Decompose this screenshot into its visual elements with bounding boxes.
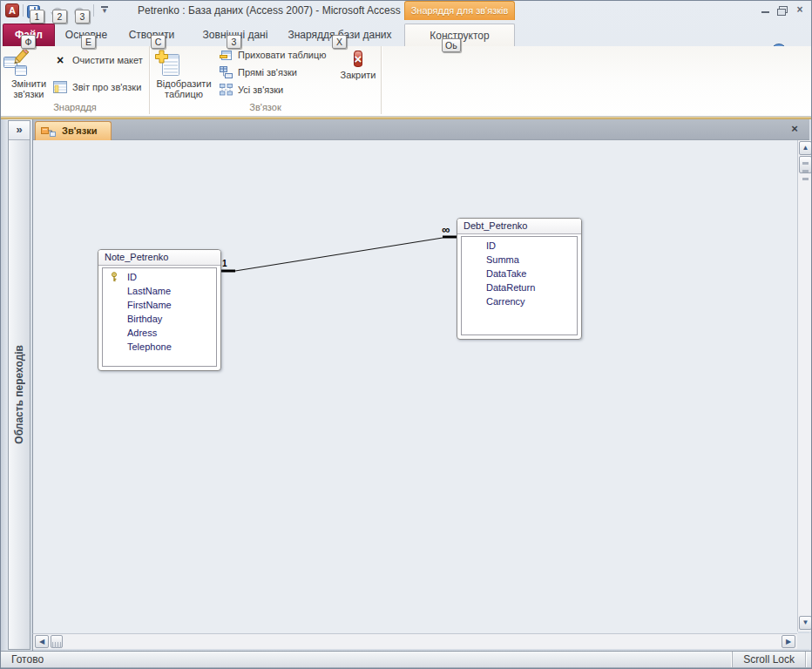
keytip-external-data: 3	[227, 35, 241, 49]
field-list: ID Summa DataTake DataReturn Carrency	[461, 236, 578, 335]
keytip-redo: 3	[75, 10, 90, 24]
relationships-canvas[interactable]: 1 ∞ Note_Petrenko ID LastName Fir	[33, 140, 798, 633]
ribbon-group-tools: Змінити зв'язки × Очистити макет Звіт пр…	[1, 46, 150, 114]
ribbon: Змінити зв'язки × Очистити макет Звіт пр…	[1, 46, 812, 117]
group-label-tools: Знаряддя	[1, 102, 149, 112]
all-relationships-icon	[219, 84, 233, 96]
field-row[interactable]: Birthday	[103, 312, 216, 326]
direct-relationships-button[interactable]: Прямі зв'язки	[219, 66, 297, 82]
keytip-create: C	[151, 35, 166, 49]
direct-relationships-icon	[219, 66, 233, 78]
ribbon-tab-row: Файл Основне Створити Зовнішні дані Знар…	[1, 20, 812, 46]
hide-table-icon	[219, 49, 233, 61]
close-red-x-icon: ×	[354, 51, 363, 67]
window-title: Petrenko : База даних (Access 2007) - Mi…	[138, 4, 399, 17]
field-row[interactable]: Carrency	[462, 294, 577, 308]
status-scroll-lock: Scroll Lock	[732, 652, 806, 667]
keytip-file: Ф	[21, 35, 36, 49]
divider	[23, 4, 24, 17]
navigation-pane-collapsed: » Область переходів	[8, 120, 30, 650]
field-row[interactable]: DataTake	[462, 267, 577, 280]
restore-icon[interactable]	[775, 4, 789, 16]
access-app-icon[interactable]: A	[5, 3, 19, 17]
status-ready-text: Готово	[11, 652, 44, 667]
keytip-home: E	[81, 35, 96, 49]
primary-key-icon	[111, 272, 120, 282]
all-relationships-button[interactable]: Усі зв'язки	[219, 84, 283, 99]
keytip-design: Оь	[442, 38, 461, 52]
title-bar: A ▾ Petrenko : База даних (Access 2007) …	[1, 1, 812, 20]
vertical-scrollbar[interactable]: ▲ ▼	[797, 140, 812, 632]
relationship-report-button[interactable]: Звіт про зв'язки	[53, 81, 141, 97]
navigation-pane-title[interactable]: Область переходів	[9, 140, 30, 649]
table-title[interactable]: Debt_Petrenko	[457, 219, 581, 234]
window-frame-left	[1, 119, 8, 668]
contextual-tab-group: Знаряддя для зв'язків	[404, 1, 515, 20]
scroll-right-icon[interactable]: ▶	[782, 635, 795, 648]
group-label-relationships: Зв'язок	[150, 102, 381, 112]
document-area: Зв'язки × 1 ∞ Note_Petrenko	[32, 119, 809, 651]
scroll-down-icon[interactable]: ▼	[799, 616, 812, 630]
table-title[interactable]: Note_Petrenko	[98, 250, 220, 266]
keytip-undo: 2	[52, 10, 67, 24]
field-row[interactable]: LastName	[103, 284, 216, 298]
one-cardinality-label: 1	[222, 259, 227, 268]
keytip-save: 1	[30, 10, 44, 24]
edit-relationships-icon	[3, 50, 55, 78]
clear-x-icon: ×	[53, 53, 67, 67]
field-row[interactable]: Adress	[103, 326, 216, 340]
relationship-line[interactable]: 1 ∞	[33, 140, 798, 633]
vertical-scroll-thumb[interactable]	[799, 156, 812, 173]
status-bar: Готово Scroll Lock	[1, 651, 812, 667]
table-window-note-petrenko[interactable]: Note_Petrenko ID LastName FirstName Birt…	[98, 249, 221, 371]
keytip-database-tools: X	[332, 35, 347, 49]
ribbon-group-relationships: Відобразити таблицю Приховати таблицю	[150, 46, 382, 114]
field-row-pk[interactable]: ID	[103, 270, 216, 284]
field-row[interactable]: DataReturn	[462, 280, 577, 294]
field-row[interactable]: FirstName	[103, 298, 216, 312]
close-document-icon[interactable]: ×	[788, 121, 802, 137]
minimize-icon[interactable]	[758, 4, 772, 16]
horizontal-scrollbar[interactable]: ◀ ▶	[32, 633, 797, 649]
divider	[93, 4, 94, 17]
scrollbar-corner	[797, 633, 812, 649]
field-row[interactable]: ID	[462, 239, 577, 253]
expand-navigation-pane-button[interactable]: »	[9, 121, 30, 140]
horizontal-scroll-thumb[interactable]	[51, 635, 63, 648]
qat-customize-icon[interactable]: ▾	[98, 3, 111, 17]
document-tab-strip: Зв'язки ×	[33, 119, 809, 140]
scroll-up-icon[interactable]: ▲	[799, 141, 812, 155]
tab-relationships-document[interactable]: Зв'язки	[35, 121, 112, 140]
table-window-debt-petrenko[interactable]: Debt_Petrenko ID Summa DataTake DataRetu…	[457, 218, 582, 340]
close-window-icon[interactable]: ×	[793, 4, 807, 16]
many-cardinality-label: ∞	[442, 223, 450, 236]
field-row[interactable]: Summa	[462, 253, 577, 267]
report-icon	[53, 81, 67, 93]
clear-layout-button[interactable]: × Очистити макет	[53, 53, 143, 69]
field-list: ID LastName FirstName Birthday Adress Te…	[102, 267, 217, 367]
show-table-icon	[154, 50, 213, 78]
hide-table-button[interactable]: Приховати таблицю	[219, 49, 327, 64]
relationships-tab-icon	[41, 122, 56, 139]
field-row[interactable]: Telephone	[103, 340, 216, 354]
scroll-left-icon[interactable]: ◀	[35, 635, 49, 648]
